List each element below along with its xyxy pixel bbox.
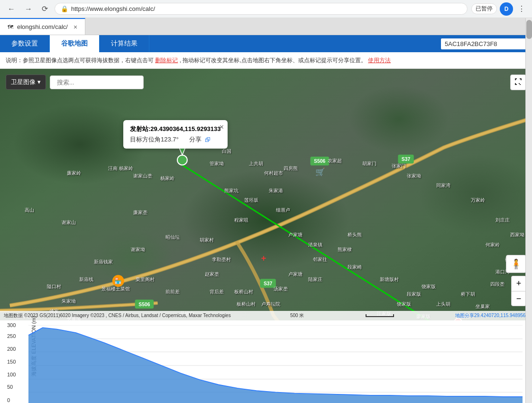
forward-button[interactable]: → bbox=[22, 3, 35, 15]
tab-favicon: 🗺 bbox=[8, 24, 13, 30]
popup-direction: 目标方位角123.7° bbox=[130, 135, 179, 144]
tab-label: elongshi.com/calc/ bbox=[17, 23, 68, 30]
y-label-300: 300 bbox=[7, 322, 16, 328]
zoom-controls: + − bbox=[511, 276, 526, 306]
url-text: https://www.elongshi.com/calc/ bbox=[71, 5, 461, 12]
avatar-button[interactable]: D bbox=[500, 2, 513, 16]
scale-label: 500 米 bbox=[290, 312, 304, 319]
map-controls-top-left: 卫星图像 ▾ bbox=[6, 75, 144, 90]
popup-close-button[interactable]: × bbox=[220, 123, 224, 131]
status-badge: 已暂停 bbox=[471, 3, 497, 14]
scrollbar-thumb[interactable] bbox=[526, 20, 532, 39]
map-container[interactable]: + S506 S37 S37 S506 🛒 何村超市 胡家村 程家咀 廉家垄 谢… bbox=[0, 69, 532, 320]
elevation-chart-svg bbox=[28, 325, 523, 403]
browser-actions: 已暂停 D ⋮ bbox=[471, 2, 527, 16]
y-label-150: 150 bbox=[7, 359, 16, 365]
map-popup: × 发射站:29.4390364,115.9293133 目标方位角123.7°… bbox=[123, 120, 228, 149]
elevation-section: 海拔高度 ELEVATION (m) 300 250 200 150 100 5… bbox=[0, 320, 532, 403]
browser-bar: ← → ⟳ 🔒 https://www.elongshi.com/calc/ 已… bbox=[0, 0, 532, 18]
y-label-0: 0 bbox=[7, 397, 10, 403]
y-label-50: 50 bbox=[7, 384, 13, 390]
map-attribution: 地图数据 ©2023 GS(2011)6020 Imagery ©2023 , … bbox=[0, 311, 532, 320]
app-tabs: 参数设置 谷歌地图 计算结果 bbox=[0, 35, 532, 52]
reload-button[interactable]: ⟳ bbox=[39, 2, 51, 15]
y-label-100: 100 bbox=[7, 372, 16, 377]
back-button[interactable]: ← bbox=[5, 3, 18, 15]
map-background bbox=[0, 69, 532, 320]
elevation-chart-area: 300 250 200 150 100 50 0 bbox=[28, 325, 523, 403]
key-input[interactable] bbox=[441, 38, 528, 49]
satellite-button[interactable]: 卫星图像 ▾ bbox=[6, 75, 46, 90]
zoom-in-button[interactable]: + bbox=[511, 276, 526, 291]
delete-marker-link[interactable]: 删除标记 bbox=[155, 57, 178, 64]
address-bar[interactable]: 🔒 https://www.elongshi.com/calc/ bbox=[55, 3, 468, 15]
app-tab-0[interactable]: 参数设置 bbox=[0, 35, 50, 52]
search-input[interactable] bbox=[50, 75, 144, 89]
popup-title: 发射站:29.4390364,115.9293133 bbox=[130, 125, 221, 133]
tab-bar: 🗺 elongshi.com/calc/ × bbox=[0, 18, 532, 35]
more-options-button[interactable]: ⋮ bbox=[516, 2, 527, 15]
popup-share-icon[interactable]: ⮺ bbox=[204, 136, 211, 143]
lock-icon: 🔒 bbox=[61, 5, 68, 12]
notice-bar: 说明：参照卫星图像点选两点可获得海拔数据，右键点击可 删除标记 , 拖动标记可改… bbox=[0, 52, 532, 69]
y-label-200: 200 bbox=[7, 346, 16, 352]
app-tab-2[interactable]: 计算结果 bbox=[100, 35, 149, 52]
notice-text: 说明：参照卫星图像点选两点可获得海拔数据，右键点击可 bbox=[6, 57, 154, 64]
pegman-button[interactable]: 🧍 bbox=[506, 255, 526, 273]
attribution-text: 地图数据 ©2023 GS(2011)6020 Imagery ©2023 , … bbox=[4, 312, 231, 319]
y-label-250: 250 bbox=[7, 333, 16, 339]
fullscreen-button[interactable] bbox=[510, 75, 526, 90]
satellite-label: 卫星图像 ▾ bbox=[11, 78, 41, 86]
scrollbar[interactable] bbox=[525, 18, 532, 403]
zoom-out-button[interactable]: − bbox=[511, 291, 526, 306]
help-link[interactable]: 使用方法 bbox=[368, 57, 391, 64]
app-tab-1[interactable]: 谷歌地图 bbox=[50, 35, 100, 52]
notice-text2: , 拖动标记可改变其坐标,点击地图右下角坐标、或点标记提示可分享位置。 bbox=[180, 57, 367, 64]
browser-tab-0[interactable]: 🗺 elongshi.com/calc/ × bbox=[0, 18, 85, 35]
popup-direction-row: 目标方位角123.7° 分享 ⮺ bbox=[130, 135, 221, 144]
tab-close-button[interactable]: × bbox=[73, 23, 77, 31]
coord-share[interactable]: 地图分享29.4240720,115.9489560 bbox=[455, 312, 528, 319]
popup-share-label: 分享 bbox=[189, 135, 202, 144]
